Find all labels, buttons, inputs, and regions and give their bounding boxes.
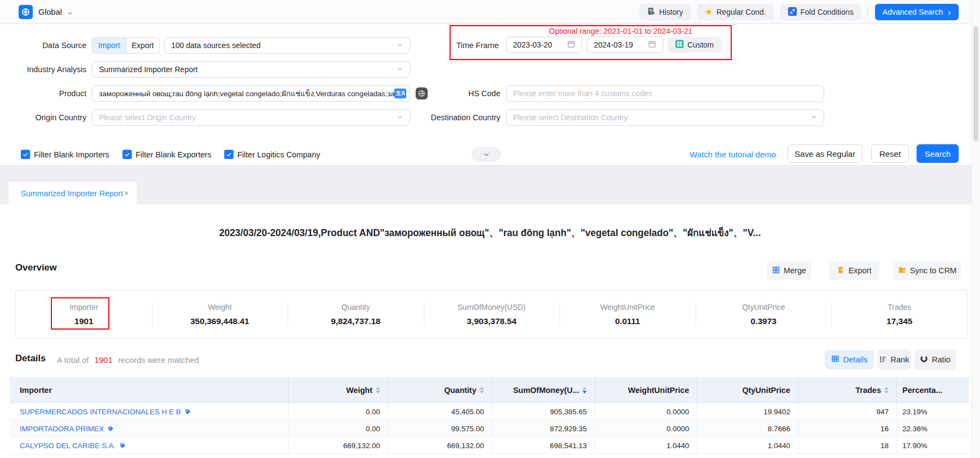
optional-range-note: Optional range: 2021-01-01 to 2024-03-21 xyxy=(511,27,730,36)
custom-icon xyxy=(675,40,684,50)
pie-icon xyxy=(920,355,928,365)
data-source-segment: Import Export xyxy=(92,37,160,54)
data-sources-select[interactable]: 100 data sources selected xyxy=(164,37,410,54)
sync-to-crm-button[interactable]: Sync to CRM xyxy=(894,261,961,280)
region-selector[interactable]: Global xyxy=(38,0,62,24)
export-button[interactable]: Export xyxy=(829,261,879,280)
import-tab[interactable]: Import xyxy=(92,38,126,53)
sort-icon-active xyxy=(582,387,587,394)
col-quantity[interactable]: Quantity xyxy=(388,377,492,403)
overview-title: Overview xyxy=(15,262,57,273)
start-date-picker[interactable]: 2023-03-20 xyxy=(506,37,582,53)
custom-range-button[interactable]: Custom xyxy=(668,37,721,53)
overview-stats-card: Importer 1901 Weight 350,369,448.41 Quan… xyxy=(15,290,968,338)
chevron-down-icon xyxy=(396,113,403,122)
stat-importer: Importer 1901 xyxy=(16,291,152,338)
tutorial-demo-link[interactable]: Watch the tutorial demo xyxy=(690,146,776,163)
scrollbar[interactable] xyxy=(971,0,980,458)
col-qty-unit-price: QtyUnitPrice xyxy=(697,377,798,403)
divider xyxy=(868,6,868,18)
chevron-down-icon[interactable] xyxy=(67,9,73,19)
filter-checkbox-label[interactable]: Filter Blank Exporters xyxy=(136,146,212,163)
stat-weight: Weight 350,369,448.41 xyxy=(152,291,288,338)
stat-trades: Trades 17,345 xyxy=(831,291,967,338)
col-importer: Importer xyxy=(10,377,289,403)
history-icon xyxy=(647,7,655,17)
col-trades[interactable]: Trades xyxy=(798,377,897,403)
filter-logitics-company-checkbox[interactable] xyxy=(224,150,234,159)
calendar-icon xyxy=(567,40,575,50)
merge-button[interactable]: Merge xyxy=(767,261,812,280)
data-source-label: Data Source xyxy=(11,37,86,54)
close-icon[interactable]: × xyxy=(124,189,129,198)
col-sum-of-money[interactable]: SumOfMoney(U... xyxy=(492,377,595,403)
details-table: Importer Weight Quantity SumOfMoney(U...… xyxy=(10,377,969,454)
hs-code-input[interactable] xyxy=(506,85,824,102)
fold-conditions-button[interactable]: Fold Conditions xyxy=(780,4,861,20)
sort-icon xyxy=(376,387,380,394)
table-row-importer: SUPERMERCADOS INTERNACIONALES H E B xyxy=(10,403,289,420)
col-weight-unit-price: WeightUnitPrice xyxy=(595,377,697,403)
query-summary: 2023/03/20-2024/03/19,Product AND"заморо… xyxy=(0,225,980,240)
fold-icon xyxy=(788,7,797,17)
sort-icon xyxy=(480,387,484,394)
chevron-down-icon xyxy=(810,113,817,122)
origin-country-label: Origin Country xyxy=(11,109,86,126)
merge-icon xyxy=(772,266,780,275)
destination-country-label: Destination Country xyxy=(415,109,500,126)
stat-sum-of-money: SumOfMoney(USD) 3,903,378.54 xyxy=(424,291,560,338)
history-button[interactable]: History xyxy=(639,4,691,20)
end-date-picker[interactable]: 2024-03-19 xyxy=(587,37,663,53)
advanced-search-button[interactable]: Advanced Search › xyxy=(875,4,959,20)
table-row-importer: IMPORTADORA PRIMEX xyxy=(10,420,289,437)
tag-icon xyxy=(107,425,114,432)
top-bar: Global History ★ Regular Cond. Fold Cond… xyxy=(0,0,980,24)
topbar-actions: History ★ Regular Cond. Fold Conditions … xyxy=(639,4,959,20)
importer-link[interactable]: IMPORTADORA PRIMEX xyxy=(20,425,114,433)
regular-cond-button[interactable]: ★ Regular Cond. xyxy=(697,4,774,20)
tab-summarized-importer-report[interactable]: Summarized Importer Report × xyxy=(9,182,137,204)
save-as-regular-button[interactable]: Save as Regular xyxy=(788,144,862,163)
origin-country-select[interactable]: Please select Origin Country xyxy=(92,109,410,126)
globe-icon[interactable] xyxy=(19,5,33,19)
tag-icon xyxy=(119,442,126,449)
scrollbar-thumb[interactable] xyxy=(973,26,978,141)
view-details-button[interactable]: Details xyxy=(825,350,874,369)
col-weight[interactable]: Weight xyxy=(289,377,388,403)
filter-checkbox-label[interactable]: Filter Logitics Company xyxy=(237,146,320,163)
time-frame-label: Time Frame xyxy=(427,37,499,54)
details-title: Details xyxy=(15,353,46,364)
product-input[interactable]: замороженный овощ;rau đông lạnh;vegetal … xyxy=(92,85,410,102)
translate-button[interactable] xyxy=(416,87,428,99)
export-tab[interactable]: Export xyxy=(126,38,159,53)
destination-country-select[interactable]: Please select Destination Country xyxy=(506,109,824,126)
industry-analysis-label: Industry Analysis xyxy=(11,61,86,78)
sort-icon xyxy=(884,387,889,394)
importer-link[interactable]: CALYPSO DEL CARIBE S.A. xyxy=(20,442,126,450)
product-label: Product xyxy=(11,85,86,102)
view-ratio-button[interactable]: Ratio xyxy=(914,350,956,369)
stat-weight-unit-price: WeightUnitPrice 0.0111 xyxy=(559,291,696,338)
search-button[interactable]: Search xyxy=(917,144,959,163)
view-rank-button[interactable]: Rank xyxy=(877,350,911,369)
tag-icon xyxy=(184,408,191,415)
translate-badge-icon[interactable]: 文A xyxy=(394,89,406,98)
records-count: 1901 xyxy=(89,355,118,365)
filter-checkbox-label[interactable]: Filter Blank Importers xyxy=(34,146,109,163)
reset-button[interactable]: Reset xyxy=(871,144,909,163)
hs-code-label: HS Code xyxy=(435,85,500,102)
industry-analysis-select[interactable]: Summarized Importer Report xyxy=(92,61,410,78)
chevron-down-icon xyxy=(396,65,403,74)
rank-icon xyxy=(879,355,887,365)
chevron-right-icon: › xyxy=(948,8,951,17)
records-matched-text: A total of1901records were matched xyxy=(57,353,199,367)
importer-link[interactable]: SUPERMERCADOS INTERNACIONALES H E B xyxy=(20,408,191,416)
table-icon xyxy=(831,355,839,365)
stat-quantity: Quantity 9,824,737.18 xyxy=(288,291,424,338)
col-percentage: Percenta... xyxy=(897,377,969,403)
star-icon: ★ xyxy=(705,8,713,16)
folder-sync-icon xyxy=(898,266,906,275)
filter-blank-importers-checkbox[interactable] xyxy=(21,150,30,159)
collapse-form-button[interactable] xyxy=(471,147,501,162)
filter-blank-exporters-checkbox[interactable] xyxy=(122,150,132,159)
